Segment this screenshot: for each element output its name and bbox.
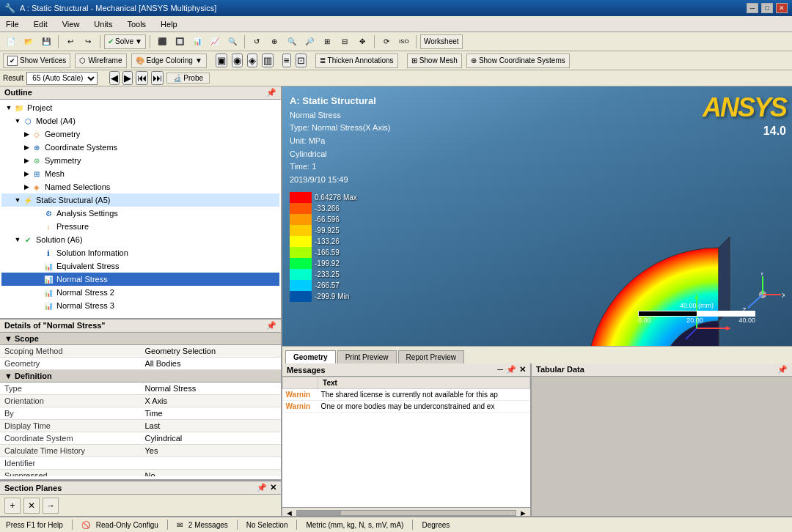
- tb-btn5[interactable]: 🔍: [224, 34, 241, 50]
- tree-model[interactable]: ▼ ⬡ Model (A4): [1, 114, 279, 128]
- msg-row-0[interactable]: Warnin The shared license is currently n…: [283, 389, 530, 401]
- pan-button[interactable]: ✥: [354, 34, 370, 50]
- svg-text:Y: Y: [760, 273, 764, 277]
- tree-solution[interactable]: ▼ ✔ Solution (A6): [1, 233, 279, 246]
- tb-view5[interactable]: ≡: [282, 53, 291, 67]
- thicken-annotations-button[interactable]: ≣ Thicken Annotations: [315, 53, 398, 68]
- legend-item-9: -299.9 Min: [290, 291, 357, 302]
- tb-btn7[interactable]: ⊕: [266, 34, 282, 50]
- tab-print[interactable]: Print Preview: [337, 350, 397, 363]
- viewport[interactable]: A: Static Structural Normal Stress Type:…: [282, 86, 792, 346]
- menu-file[interactable]: File: [3, 18, 22, 30]
- show-mesh-button[interactable]: ⊞ Show Mesh: [407, 53, 462, 68]
- tab-report[interactable]: Report Preview: [398, 350, 464, 363]
- tree-normal[interactable]: 📊 Normal Stress: [1, 273, 279, 286]
- scroll-thumb[interactable]: [297, 511, 341, 515]
- result-btn3[interactable]: ⏮: [136, 71, 148, 85]
- sep2: [100, 35, 100, 48]
- msg-pin-btn[interactable]: 📌: [506, 365, 516, 374]
- outline-tree[interactable]: ▼ 📁 Project ▼ ⬡ Model (A4) ▶ ◇ Geometry: [0, 100, 281, 315]
- window-title: A : Static Structural - Mechanical [ANSY…: [20, 4, 216, 12]
- result-btn4[interactable]: ⏭: [151, 71, 164, 85]
- tabular-pin[interactable]: 📌: [777, 365, 788, 374]
- tree-geometry[interactable]: ▶ ◇ Geometry: [1, 128, 279, 141]
- tree-coord[interactable]: ▶ ⊕ Coordinate Systems: [1, 141, 279, 154]
- tree-static[interactable]: ▼ ⚡ Static Structural (A5): [1, 193, 279, 207]
- zoom-in-button[interactable]: 🔍: [284, 34, 300, 50]
- tb-btn3[interactable]: 📊: [189, 34, 205, 50]
- section-pin[interactable]: 📌: [257, 483, 267, 492]
- outline-pin[interactable]: 📌: [266, 88, 276, 97]
- tb-btn2[interactable]: 🔲: [172, 34, 188, 50]
- details-pin[interactable]: 📌: [266, 321, 276, 330]
- menu-help[interactable]: Help: [158, 18, 180, 30]
- details-table: ▼ Scope Scoping Method Geometry Selectio…: [0, 333, 281, 476]
- result-btn2[interactable]: ▶: [122, 71, 133, 85]
- zoom-box-button[interactable]: ⊟: [337, 34, 353, 50]
- msg-row-1[interactable]: Warnin One or more bodies may be underco…: [283, 401, 530, 413]
- tree-equiv[interactable]: 📊 Equivalent Stress: [1, 259, 279, 273]
- legend-color-6: [290, 258, 312, 269]
- tree-arrow: ▶: [22, 130, 31, 138]
- new-button[interactable]: 📄: [3, 34, 19, 50]
- type-val: Normal Stress: [141, 383, 282, 395]
- tree-equiv-label: Equivalent Stress: [56, 262, 120, 270]
- close-button[interactable]: ✕: [776, 3, 788, 13]
- tb-view1[interactable]: ▣: [216, 53, 227, 67]
- section-del[interactable]: ✕: [23, 498, 40, 514]
- msg-x-btn[interactable]: ✕: [519, 365, 526, 374]
- tb-view2[interactable]: ◉: [232, 53, 243, 67]
- menu-edit[interactable]: Edit: [31, 18, 51, 30]
- viewport-title-block: A: Static Structural Normal Stress Type:…: [290, 94, 391, 186]
- minimize-button[interactable]: ─: [747, 3, 758, 13]
- menu-tools[interactable]: Tools: [124, 18, 149, 30]
- legend-item-6: -199.92: [290, 258, 357, 269]
- msg-close-btn[interactable]: ─: [497, 365, 503, 374]
- rotate-button[interactable]: ⟳: [378, 34, 395, 50]
- wireframe-button[interactable]: ⬡ Wireframe: [75, 53, 126, 68]
- tree-sol-info[interactable]: ℹ Solution Information: [1, 246, 279, 259]
- by-val: Time: [141, 407, 282, 420]
- scroll-track[interactable]: [296, 510, 516, 516]
- scale-unit: 40.00 (mm): [680, 302, 714, 309]
- zoom-fit-button[interactable]: ⊞: [319, 34, 335, 50]
- result-bar: Result 65 (Auto Scale) ◀ ▶ ⏮ ⏭ 🔬 Probe: [0, 70, 792, 86]
- menu-units[interactable]: Units: [91, 18, 115, 30]
- iso-button[interactable]: ISO: [396, 34, 412, 50]
- details-header: Details of "Normal Stress" 📌: [0, 319, 281, 333]
- tb-btn6[interactable]: ↺: [249, 34, 265, 50]
- tree-analysis[interactable]: ⚙ Analysis Settings: [1, 207, 279, 220]
- solve-button[interactable]: ✔ Solve ▼: [104, 34, 146, 49]
- tb-view4[interactable]: ▥: [262, 53, 274, 67]
- result-btn1[interactable]: ◀: [109, 71, 120, 85]
- redo-button[interactable]: ↪: [80, 34, 96, 50]
- tree-pressure[interactable]: ↓ Pressure: [1, 220, 279, 233]
- tree-normal3[interactable]: 📊 Normal Stress 3: [1, 299, 279, 312]
- zoom-out-button[interactable]: 🔎: [301, 34, 318, 50]
- probe-button[interactable]: 🔬 Probe: [166, 73, 210, 84]
- section-move[interactable]: →: [43, 498, 59, 514]
- tree-project[interactable]: ▼ 📁 Project: [1, 101, 279, 114]
- tree-normal2[interactable]: 📊 Normal Stress 2: [1, 286, 279, 299]
- edge-coloring-button[interactable]: 🎨 Edge Coloring ▼: [131, 53, 207, 68]
- undo-button[interactable]: ↩: [62, 34, 78, 50]
- tree-symmetry[interactable]: ▶ ⊜ Symmetry: [1, 154, 279, 167]
- tree-geometry-label: Geometry: [45, 130, 80, 138]
- open-button[interactable]: 📂: [21, 34, 37, 50]
- section-add[interactable]: +: [4, 498, 21, 514]
- menu-view[interactable]: View: [59, 18, 83, 30]
- tb-btn1[interactable]: ⬛: [154, 34, 170, 50]
- tb-view6[interactable]: ⊡: [296, 53, 307, 67]
- maximize-button[interactable]: □: [761, 3, 773, 13]
- tb-btn4[interactable]: 📈: [207, 34, 223, 50]
- section-close[interactable]: ✕: [270, 483, 276, 492]
- worksheet-button[interactable]: Worksheet: [420, 34, 463, 49]
- show-vertices-button[interactable]: ✔ Show Vertices: [3, 53, 70, 68]
- tree-named[interactable]: ▶ ◈ Named Selections: [1, 180, 279, 193]
- tab-geometry[interactable]: Geometry: [285, 350, 336, 363]
- show-coordinate-systems-button[interactable]: ⊕ Show Coordinate Systems: [466, 53, 570, 68]
- save-button[interactable]: 💾: [38, 34, 54, 50]
- tb-view3[interactable]: ◈: [247, 53, 257, 67]
- scale-select[interactable]: 65 (Auto Scale): [26, 72, 98, 85]
- tree-mesh[interactable]: ▶ ⊞ Mesh: [1, 167, 279, 180]
